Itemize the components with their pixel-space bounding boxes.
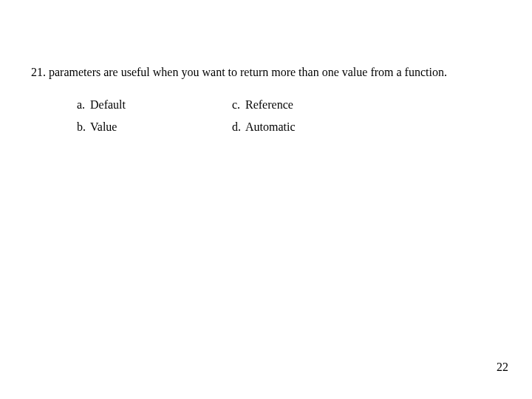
option-d-text: Automatic: [245, 120, 296, 134]
option-a-letter: a.: [77, 98, 84, 112]
option-d-letter: d.: [232, 120, 239, 134]
option-a: a. Default: [77, 98, 225, 112]
option-b-letter: b.: [77, 120, 84, 134]
question-text: parameters are useful when you want to r…: [49, 66, 447, 78]
option-d: d. Automatic: [232, 120, 380, 134]
question-line: 21. parameters are useful when you want …: [31, 65, 502, 79]
option-a-text: Default: [90, 98, 126, 112]
options-grid: a. Default c. Reference b. Value d. Auto…: [77, 98, 502, 133]
page-number: 22: [497, 361, 508, 374]
option-b: b. Value: [77, 120, 225, 134]
option-c-text: Reference: [245, 98, 293, 112]
option-b-text: Value: [90, 120, 117, 134]
question-number: 21.: [31, 66, 46, 78]
option-c-letter: c.: [232, 98, 239, 112]
question-block: 21. parameters are useful when you want …: [0, 0, 532, 133]
option-c: c. Reference: [232, 98, 380, 112]
